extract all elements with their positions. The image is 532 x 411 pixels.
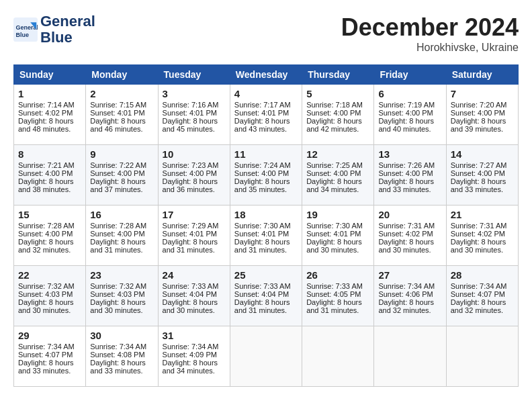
day-number: 3: [163, 88, 226, 99]
sunset: Sunset: 4:01 PM: [163, 230, 217, 238]
sunset: Sunset: 4:00 PM: [451, 109, 505, 117]
day-number: 18: [234, 209, 298, 220]
table-row: [302, 326, 374, 387]
week-row-3: 15Sunrise: 7:28 AMSunset: 4:00 PMDayligh…: [14, 205, 519, 266]
daylight: Daylight: 8 hours and 30 minutes.: [306, 238, 362, 254]
table-row: 17Sunrise: 7:29 AMSunset: 4:01 PMDayligh…: [158, 205, 230, 266]
sunrise: Sunrise: 7:19 AM: [378, 101, 435, 109]
sunrise: Sunrise: 7:34 AM: [163, 342, 219, 351]
sunset: Sunset: 4:00 PM: [18, 230, 73, 238]
table-row: 25Sunrise: 7:33 AMSunset: 4:04 PMDayligh…: [230, 266, 302, 326]
daylight: Daylight: 8 hours and 33 minutes.: [378, 177, 434, 193]
sunset: Sunset: 4:01 PM: [234, 230, 289, 238]
day-number: 1: [18, 88, 81, 99]
daylight: Daylight: 8 hours and 46 minutes.: [90, 117, 146, 133]
sunrise: Sunrise: 7:34 AM: [18, 342, 75, 351]
sunset: Sunset: 4:03 PM: [90, 290, 144, 298]
table-row: 18Sunrise: 7:30 AMSunset: 4:01 PMDayligh…: [230, 205, 302, 266]
daylight: Daylight: 8 hours and 30 minutes.: [18, 298, 74, 314]
table-row: 8Sunrise: 7:21 AMSunset: 4:00 PMDaylight…: [14, 145, 86, 205]
table-row: 3Sunrise: 7:16 AMSunset: 4:01 PMDaylight…: [158, 85, 230, 145]
sunrise: Sunrise: 7:30 AM: [306, 222, 363, 230]
sunset: Sunset: 4:02 PM: [451, 230, 505, 238]
sunset: Sunset: 4:02 PM: [18, 109, 73, 117]
sunrise: Sunrise: 7:33 AM: [306, 282, 363, 290]
daylight: Daylight: 8 hours and 30 minutes.: [378, 238, 434, 254]
sunrise: Sunrise: 7:28 AM: [90, 222, 146, 230]
sunset: Sunset: 4:00 PM: [163, 169, 217, 177]
table-row: 30Sunrise: 7:34 AMSunset: 4:08 PMDayligh…: [86, 326, 158, 387]
daylight: Daylight: 8 hours and 37 minutes.: [90, 177, 146, 193]
table-row: 16Sunrise: 7:28 AMSunset: 4:00 PMDayligh…: [86, 205, 158, 266]
sunset: Sunset: 4:03 PM: [18, 290, 73, 298]
day-number: 13: [378, 148, 441, 160]
day-number: 7: [451, 88, 514, 99]
day-number: 22: [18, 269, 81, 281]
table-row: 6Sunrise: 7:19 AMSunset: 4:00 PMDaylight…: [374, 85, 446, 145]
sunset: Sunset: 4:01 PM: [234, 109, 289, 117]
sunset: Sunset: 4:06 PM: [378, 290, 433, 298]
sunset: Sunset: 4:08 PM: [90, 351, 144, 359]
sunrise: Sunrise: 7:29 AM: [163, 222, 219, 230]
daylight: Daylight: 8 hours and 31 minutes.: [306, 298, 362, 314]
sunset: Sunset: 4:04 PM: [163, 290, 217, 298]
day-number: 30: [90, 330, 153, 341]
table-row: 24Sunrise: 7:33 AMSunset: 4:04 PMDayligh…: [158, 266, 230, 326]
daylight: Daylight: 8 hours and 33 minutes.: [18, 359, 74, 375]
day-number: 8: [18, 148, 81, 160]
sunset: Sunset: 4:00 PM: [306, 109, 361, 117]
table-row: 20Sunrise: 7:31 AMSunset: 4:02 PMDayligh…: [374, 205, 446, 266]
sunrise: Sunrise: 7:22 AM: [90, 161, 146, 169]
day-number: 5: [306, 88, 369, 99]
month-title: December 2024: [341, 13, 519, 42]
table-row: 1Sunrise: 7:14 AMSunset: 4:02 PMDaylight…: [14, 85, 86, 145]
sunrise: Sunrise: 7:18 AM: [306, 101, 363, 109]
table-row: 4Sunrise: 7:17 AMSunset: 4:01 PMDaylight…: [230, 85, 302, 145]
sunrise: Sunrise: 7:34 AM: [378, 282, 435, 290]
day-number: 4: [234, 88, 298, 99]
sunset: Sunset: 4:05 PM: [306, 290, 361, 298]
logo-text-line2: Blue: [40, 30, 95, 46]
sunset: Sunset: 4:00 PM: [18, 169, 73, 177]
sunrise: Sunrise: 7:15 AM: [90, 101, 146, 109]
sunset: Sunset: 4:00 PM: [306, 169, 361, 177]
daylight: Daylight: 8 hours and 31 minutes.: [234, 238, 290, 254]
daylight: Daylight: 8 hours and 31 minutes.: [234, 298, 290, 314]
day-number: 12: [306, 148, 369, 160]
table-row: [374, 326, 446, 387]
table-row: 26Sunrise: 7:33 AMSunset: 4:05 PMDayligh…: [302, 266, 374, 326]
table-row: [446, 326, 518, 387]
daylight: Daylight: 8 hours and 39 minutes.: [451, 117, 506, 133]
daylight: Daylight: 8 hours and 33 minutes.: [90, 359, 146, 375]
calendar-table: Sunday Monday Tuesday Wednesday Thursday…: [13, 64, 519, 387]
table-row: 28Sunrise: 7:34 AMSunset: 4:07 PMDayligh…: [446, 266, 518, 326]
day-number: 6: [378, 88, 441, 99]
table-row: 23Sunrise: 7:32 AMSunset: 4:03 PMDayligh…: [86, 266, 158, 326]
sunset: Sunset: 4:00 PM: [90, 169, 144, 177]
table-row: 12Sunrise: 7:25 AMSunset: 4:00 PMDayligh…: [302, 145, 374, 205]
sunset: Sunset: 4:01 PM: [306, 230, 361, 238]
table-row: 11Sunrise: 7:24 AMSunset: 4:00 PMDayligh…: [230, 145, 302, 205]
sunrise: Sunrise: 7:30 AM: [234, 222, 291, 230]
day-number: 10: [163, 148, 226, 160]
day-number: 23: [90, 269, 153, 281]
col-monday: Monday: [86, 65, 158, 85]
week-row-4: 22Sunrise: 7:32 AMSunset: 4:03 PMDayligh…: [14, 266, 519, 326]
sunset: Sunset: 4:04 PM: [234, 290, 289, 298]
sunrise: Sunrise: 7:34 AM: [451, 282, 507, 290]
week-row-1: 1Sunrise: 7:14 AMSunset: 4:02 PMDaylight…: [14, 85, 519, 145]
sunset: Sunset: 4:00 PM: [90, 230, 144, 238]
sunset: Sunset: 4:00 PM: [234, 169, 289, 177]
day-number: 15: [18, 209, 81, 220]
daylight: Daylight: 8 hours and 45 minutes.: [163, 117, 218, 133]
sunset: Sunset: 4:00 PM: [451, 169, 505, 177]
day-number: 16: [90, 209, 153, 220]
sunset: Sunset: 4:00 PM: [378, 169, 433, 177]
table-row: [230, 326, 302, 387]
day-number: 20: [378, 209, 441, 220]
day-number: 21: [451, 209, 514, 220]
sunrise: Sunrise: 7:32 AM: [18, 282, 75, 290]
day-number: 24: [163, 269, 226, 281]
sunset: Sunset: 4:00 PM: [378, 109, 433, 117]
day-number: 28: [451, 269, 514, 281]
